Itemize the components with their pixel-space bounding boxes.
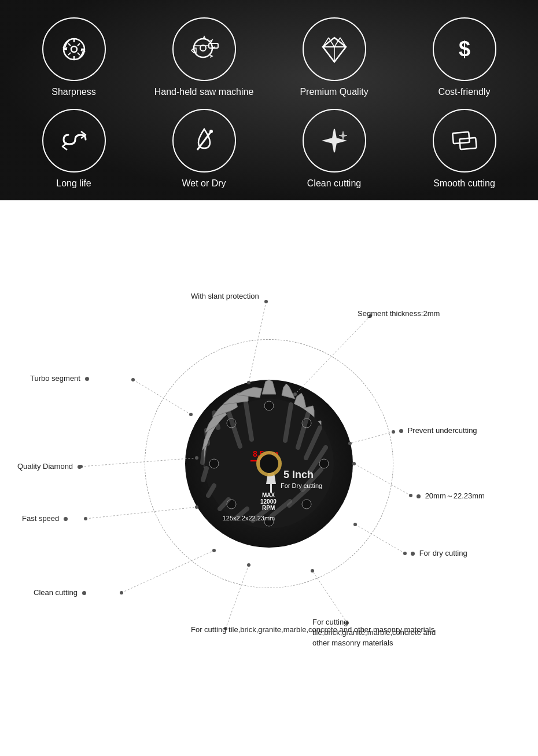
banner-section: Sharpness Hand (0, 0, 538, 200)
svg-line-17 (334, 47, 346, 62)
cost-circle: $ (433, 17, 496, 81)
diagram-container: 8.5mm MAX 12000 RPM 5 Inch For Dry cutti… (0, 223, 538, 698)
svg-point-79 (84, 517, 87, 520)
annotation-fast-speed: Fast speed (22, 514, 70, 523)
svg-point-64 (264, 300, 268, 303)
svg-text:MAX: MAX (262, 492, 275, 498)
features-grid: Sharpness Hand (12, 17, 526, 189)
svg-point-26 (264, 401, 274, 410)
svg-line-86 (121, 551, 214, 593)
svg-line-49 (207, 430, 208, 443)
svg-line-80 (354, 464, 411, 496)
svg-line-92 (312, 571, 347, 623)
annotation-slant: With slant protection (191, 292, 259, 300)
svg-point-28 (319, 459, 329, 468)
svg-point-82 (409, 494, 412, 497)
wetdry-circle (172, 109, 236, 173)
annotation-turbo: Turbo segment (30, 374, 91, 383)
svg-line-74 (81, 458, 197, 467)
svg-line-71 (350, 432, 393, 443)
diamond-icon (317, 32, 352, 67)
premium-label: Premium Quality (300, 87, 368, 97)
handheld-label: Hand-held saw machine (154, 87, 254, 97)
svg-point-90 (247, 563, 250, 567)
smooth-icon (447, 123, 482, 158)
annotation-20mm: For dry cutting (408, 549, 467, 557)
svg-point-1 (71, 46, 77, 52)
svg-point-21 (209, 130, 213, 133)
longlife-circle (42, 109, 106, 173)
wetdry-label: Wet or Dry (182, 178, 226, 189)
svg-line-83 (355, 524, 405, 553)
sharpness-circle (42, 17, 106, 81)
svg-point-73 (392, 430, 395, 434)
svg-line-62 (249, 302, 266, 383)
svg-line-77 (86, 507, 197, 519)
diagram-section: 8.5mm MAX 12000 RPM 5 Inch For Dry cutti… (0, 200, 538, 721)
svg-line-48 (202, 449, 204, 463)
svg-point-32 (209, 459, 219, 468)
svg-text:$: $ (458, 37, 470, 61)
annotation-quality-diamond: Quality Diamond (17, 462, 84, 471)
annotation-segment-thickness: Segment thickness:2mm (358, 309, 440, 318)
wetdry-icon (187, 123, 222, 158)
dollar-icon: $ (447, 32, 482, 67)
longlife-icon (57, 123, 91, 158)
annotation-prevent: Prevent undercutting (397, 426, 477, 435)
feature-sharpness: Sharpness (12, 17, 136, 97)
sharpness-label: Sharpness (51, 87, 96, 97)
annotation-5inch: 20mm～22.23mm (414, 491, 485, 501)
blade-svg: 8.5mm MAX 12000 RPM 5 Inch For Dry cutti… (182, 377, 356, 551)
svg-text:RPM: RPM (262, 505, 275, 511)
svg-text:5 Inch: 5 Inch (283, 469, 314, 480)
premium-circle (303, 17, 366, 81)
svg-point-61 (260, 454, 278, 473)
clean-icon (317, 123, 352, 158)
feature-premium: Premium Quality (272, 17, 396, 97)
annotation-cutting-materials: For cutting tile,brick,granite,marble,co… (312, 617, 440, 649)
svg-point-85 (403, 552, 407, 555)
clean-circle (303, 109, 366, 173)
svg-point-93 (311, 569, 314, 572)
cost-label: Cost-friendly (438, 87, 491, 97)
longlife-label: Long life (56, 178, 91, 189)
saw-icon (187, 32, 222, 67)
svg-text:125x2.2x22.23mm: 125x2.2x22.23mm (223, 515, 275, 522)
svg-point-29 (302, 500, 311, 509)
feature-smooth: Smooth cutting (402, 109, 526, 189)
svg-point-88 (120, 591, 123, 594)
svg-line-16 (323, 47, 334, 62)
smooth-circle (433, 109, 496, 173)
clean-label: Clean cutting (307, 178, 361, 189)
svg-text:12000: 12000 (260, 498, 277, 505)
svg-point-70 (131, 378, 135, 381)
feature-longlife: Long life (12, 109, 136, 189)
feature-handheld: Hand-held saw machine (142, 17, 266, 97)
blade-image: 8.5mm MAX 12000 RPM 5 Inch For Dry cutti… (182, 377, 356, 551)
feature-clean: Clean cutting (272, 109, 396, 189)
feature-wetdry: Wet or Dry (142, 109, 266, 189)
handheld-circle (172, 17, 236, 81)
svg-line-89 (226, 565, 249, 629)
sharpness-icon (57, 32, 91, 67)
svg-text:For Dry cutting: For Dry cutting (281, 482, 322, 489)
smooth-label: Smooth cutting (433, 178, 495, 189)
feature-cost: $ Cost-friendly (402, 17, 526, 97)
annotation-dry-cutting: Clean cutting (34, 588, 89, 597)
